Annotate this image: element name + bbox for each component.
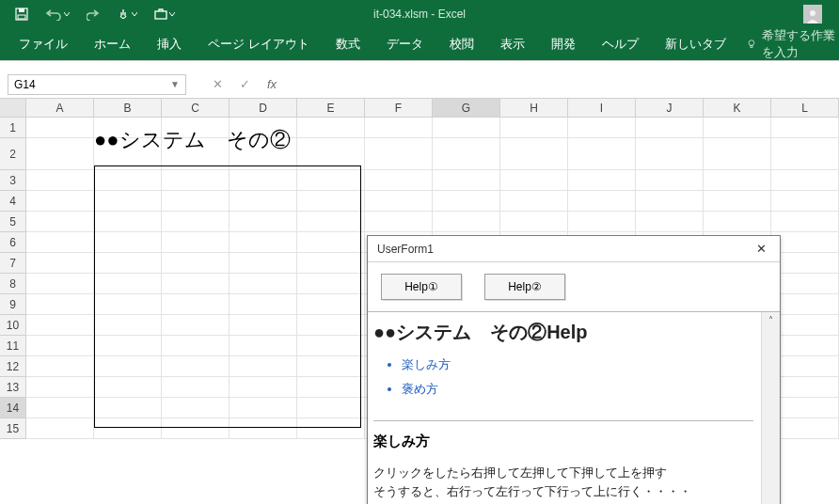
- cell-I5[interactable]: [568, 212, 636, 232]
- tab-data[interactable]: データ: [373, 28, 436, 60]
- cell-A2[interactable]: [26, 138, 94, 170]
- row-8[interactable]: 8: [0, 274, 26, 294]
- cell-A10[interactable]: [26, 315, 94, 336]
- cell-F2[interactable]: [365, 138, 433, 170]
- cell-I3[interactable]: [568, 170, 636, 191]
- tab-view[interactable]: 表示: [487, 28, 538, 60]
- chevron-down-icon[interactable]: ▼: [170, 79, 180, 89]
- sheet-shape-box[interactable]: [94, 165, 361, 428]
- cell-A5[interactable]: [26, 212, 94, 232]
- row-9[interactable]: 9: [0, 294, 26, 315]
- cell-A4[interactable]: [26, 191, 94, 212]
- cell-F3[interactable]: [365, 170, 433, 191]
- col-H[interactable]: H: [500, 99, 568, 117]
- cell-G3[interactable]: [433, 170, 500, 191]
- help-link-1[interactable]: 楽しみ方: [402, 356, 753, 373]
- cell-L14[interactable]: [771, 398, 839, 418]
- cell-L8[interactable]: [771, 274, 839, 294]
- col-F[interactable]: F: [365, 99, 433, 117]
- col-J[interactable]: J: [636, 99, 704, 117]
- help1-button[interactable]: Help①: [381, 274, 462, 300]
- cell-A14[interactable]: [26, 398, 94, 418]
- scroll-up-icon[interactable]: ˄: [768, 315, 773, 325]
- cell-L15[interactable]: [771, 418, 839, 439]
- row-5[interactable]: 5: [0, 212, 26, 232]
- tab-home[interactable]: ホーム: [81, 28, 144, 60]
- cell-J2[interactable]: [636, 138, 704, 170]
- cell-I2[interactable]: [568, 138, 636, 170]
- help-link-2[interactable]: 褒め方: [402, 381, 753, 398]
- cell-L10[interactable]: [771, 315, 839, 336]
- row-4[interactable]: 4: [0, 191, 26, 212]
- row-2[interactable]: 2: [0, 138, 26, 170]
- cell-H4[interactable]: [500, 191, 568, 212]
- cell-J5[interactable]: [636, 212, 704, 232]
- cell-L3[interactable]: [771, 170, 839, 191]
- col-B[interactable]: B: [94, 99, 162, 117]
- col-G[interactable]: G: [433, 99, 500, 117]
- cell-L12[interactable]: [771, 356, 839, 377]
- col-E[interactable]: E: [297, 99, 365, 117]
- user-avatar-icon[interactable]: [803, 5, 822, 24]
- cancel-icon[interactable]: ✕: [213, 77, 223, 91]
- cell-J1[interactable]: [636, 118, 704, 138]
- cell-K2[interactable]: [704, 138, 771, 170]
- tab-dev[interactable]: 開発: [538, 28, 589, 60]
- cell-A1[interactable]: [26, 118, 94, 138]
- enter-icon[interactable]: ✓: [240, 77, 250, 91]
- cell-A12[interactable]: [26, 356, 94, 377]
- cell-I1[interactable]: [568, 118, 636, 138]
- cell-A6[interactable]: [26, 232, 94, 253]
- row-7[interactable]: 7: [0, 253, 26, 274]
- cell-A13[interactable]: [26, 377, 94, 398]
- cell-A3[interactable]: [26, 170, 94, 191]
- row-1[interactable]: 1: [0, 118, 26, 138]
- save-icon[interactable]: [15, 8, 28, 21]
- touch-mode-icon[interactable]: [117, 8, 137, 21]
- tell-me[interactable]: 希望する作業を入力: [747, 27, 839, 61]
- close-icon[interactable]: ✕: [752, 240, 770, 259]
- tab-new[interactable]: 新しいタブ: [652, 28, 739, 60]
- cell-F5[interactable]: [365, 212, 433, 232]
- undo-icon[interactable]: [45, 8, 70, 21]
- cell-K5[interactable]: [704, 212, 771, 232]
- tab-file[interactable]: ファイル: [6, 28, 81, 60]
- redo-icon[interactable]: [87, 8, 100, 21]
- cell-A8[interactable]: [26, 274, 94, 294]
- row-13[interactable]: 13: [0, 377, 26, 398]
- row-6[interactable]: 6: [0, 232, 26, 253]
- tab-review[interactable]: 校閲: [436, 28, 487, 60]
- cell-G2[interactable]: [433, 138, 500, 170]
- cell-A11[interactable]: [26, 336, 94, 356]
- cell-H1[interactable]: [500, 118, 568, 138]
- col-K[interactable]: K: [704, 99, 771, 117]
- col-A[interactable]: A: [26, 99, 94, 117]
- row-15[interactable]: 15: [0, 418, 26, 439]
- cell-G5[interactable]: [433, 212, 500, 232]
- col-I[interactable]: I: [568, 99, 636, 117]
- cell-H3[interactable]: [500, 170, 568, 191]
- cell-A9[interactable]: [26, 294, 94, 315]
- col-L[interactable]: L: [771, 99, 839, 117]
- cell-A15[interactable]: [26, 418, 94, 439]
- cell-A7[interactable]: [26, 253, 94, 274]
- cell-L2[interactable]: [771, 138, 839, 170]
- cell-K1[interactable]: [704, 118, 771, 138]
- cell-F4[interactable]: [365, 191, 433, 212]
- tab-help[interactable]: ヘルプ: [589, 28, 652, 60]
- tab-formula[interactable]: 数式: [323, 28, 373, 60]
- cell-H5[interactable]: [500, 212, 568, 232]
- cell-J4[interactable]: [636, 191, 704, 212]
- cell-L4[interactable]: [771, 191, 839, 212]
- cell-L13[interactable]: [771, 377, 839, 398]
- row-12[interactable]: 12: [0, 356, 26, 377]
- col-C[interactable]: C: [162, 99, 230, 117]
- row-3[interactable]: 3: [0, 170, 26, 191]
- worksheet[interactable]: A B C D E F G H I J K L 1234567891011121…: [0, 99, 839, 504]
- help2-button[interactable]: Help②: [484, 274, 565, 300]
- row-14[interactable]: 14: [0, 398, 26, 418]
- cell-L6[interactable]: [771, 232, 839, 253]
- row-11[interactable]: 11: [0, 336, 26, 356]
- cell-G1[interactable]: [433, 118, 500, 138]
- cell-J3[interactable]: [636, 170, 704, 191]
